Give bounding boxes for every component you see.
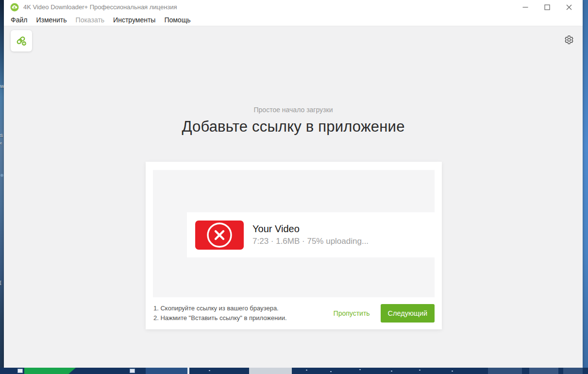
taskbar-item [563,368,583,374]
onboarding-kicker: Простое начало загрузки [4,106,583,114]
gear-icon [564,35,574,45]
app-window: 4K Video Downloader+ Профессиональная ли… [4,0,583,368]
taskbar-item [488,368,522,374]
window-controls [514,0,580,14]
add-link-icon [15,34,28,47]
desktop-background-left: W S c [ [0,0,4,374]
main-content: Простое начало загрузки Добавьте ссылку … [4,26,583,368]
onboarding-header: Простое начало загрузки Добавьте ссылку … [4,106,583,136]
desktop-background-right [583,0,588,374]
menubar: Файл Изменить Показать Инструменты Помощ… [4,14,583,26]
minimize-button[interactable] [514,0,536,14]
taskbar-item[interactable] [17,369,23,373]
instruction-step-2: 2. Нажмите "Вставить ссылку" в приложени… [153,313,287,323]
desktop: W S c [ 4K Video Downloader+ Профессиона… [0,0,588,374]
menu-edit[interactable]: Изменить [32,15,71,25]
paste-link-button[interactable] [11,30,32,51]
onboarding-card: Your Video 7:23 · 1.6MB · 75% uploading.… [146,162,442,329]
page-title: Добавьте ссылку в приложение [4,118,583,136]
instructions: 1. Скопируйте ссылку из вашего браузера.… [153,304,287,323]
menu-view: Показать [71,15,109,25]
menu-help[interactable]: Помощь [160,15,195,25]
video-title: Your Video [252,222,369,235]
settings-button[interactable] [561,32,577,48]
taskbar-item [187,368,189,374]
next-button[interactable]: Следующий [381,304,435,323]
taskbar [0,368,588,374]
app-logo-icon [10,3,19,12]
instruction-step-1: 1. Скопируйте ссылку из вашего браузера. [153,304,287,313]
demo-video-row: Your Video 7:23 · 1.6MB · 75% uploading.… [187,212,435,257]
taskbar-item [529,368,558,374]
menu-tools[interactable]: Инструменты [109,15,160,25]
minimize-icon [522,4,528,10]
video-meta: 7:23 · 1.6MB · 75% uploading... [252,235,369,248]
taskbar-item[interactable] [130,369,135,373]
maximize-button[interactable] [536,0,558,14]
close-icon [566,4,572,10]
card-footer: 1. Скопируйте ссылку из вашего браузера.… [146,297,442,329]
window-title: 4K Video Downloader+ Профессиональная ли… [23,3,177,11]
taskbar-item [146,368,187,374]
video-thumbnail-error-icon [195,221,244,250]
maximize-icon [544,4,550,10]
close-button[interactable] [558,0,580,14]
taskbar-item [249,368,292,374]
taskbar-item [24,368,76,374]
titlebar[interactable]: 4K Video Downloader+ Профессиональная ли… [4,0,583,14]
skip-button[interactable]: Пропустить [334,309,370,317]
video-preview-panel: Your Video 7:23 · 1.6MB · 75% uploading.… [153,170,435,297]
menu-file[interactable]: Файл [6,15,32,25]
